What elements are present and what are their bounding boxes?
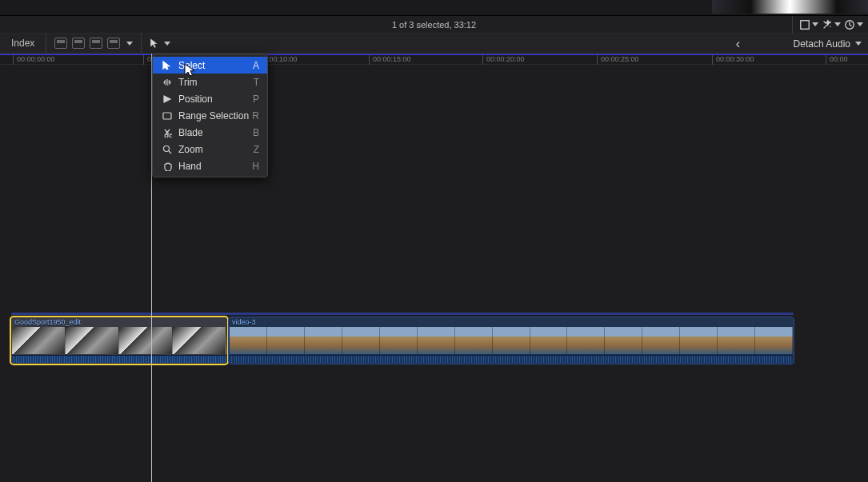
timeline-index-button[interactable]: Index xyxy=(0,34,46,54)
clip-appearance-2[interactable] xyxy=(72,38,85,49)
ruler-tick: 00:00:25:00 xyxy=(597,55,639,65)
tool-selector[interactable] xyxy=(142,34,178,54)
tool-menu-item-position[interactable]: PositionP xyxy=(153,90,267,107)
detach-audio-button[interactable]: Detach Audio xyxy=(794,34,862,54)
clip-appearance-menu[interactable] xyxy=(126,42,133,46)
clip-appearance-1[interactable] xyxy=(54,38,67,49)
position-icon xyxy=(161,94,174,104)
tool-dropdown-menu: SelectATrimTPositionPRange SelectionRBla… xyxy=(152,54,268,177)
primary-storyline: GoodSport1950_edit video-3 xyxy=(11,317,868,365)
tool-menu-item-zoom[interactable]: ZoomZ xyxy=(153,141,267,157)
mouse-cursor xyxy=(183,62,199,81)
browser-preview-strip xyxy=(0,0,868,16)
tool-menu-item-hand[interactable]: HandH xyxy=(153,157,267,174)
tool-menu-item-range-selection[interactable]: Range SelectionR xyxy=(153,107,267,124)
tool-menu-shortcut: B xyxy=(253,127,259,138)
transform-tool-button[interactable] xyxy=(799,18,818,32)
tool-menu-label: Hand xyxy=(178,161,202,172)
tool-menu-item-trim[interactable]: TrimT xyxy=(153,74,267,90)
tool-menu-shortcut: Z xyxy=(254,144,259,155)
tool-menu-shortcut: P xyxy=(253,94,259,105)
hand-icon xyxy=(161,161,174,171)
clip-video3[interactable]: video-3 xyxy=(229,317,794,364)
tool-menu-label: Blade xyxy=(178,127,203,138)
pointer-icon xyxy=(161,61,174,70)
tool-menu-shortcut: A xyxy=(253,60,259,71)
tool-menu-item-blade[interactable]: BladeB xyxy=(153,124,267,141)
ruler-tick: 00:00:20:00 xyxy=(482,55,525,65)
selection-info-bar: 1 of 3 selected, 33:12 xyxy=(0,16,868,34)
ruler-tick: 00:00 xyxy=(826,55,848,65)
clip-filmstrip xyxy=(230,327,793,354)
tool-selector-caret[interactable] xyxy=(164,42,170,46)
svg-point-3 xyxy=(164,145,170,151)
timeline-history-back[interactable]: ‹ xyxy=(736,34,740,54)
clip-filmstrip xyxy=(12,327,226,354)
tool-menu-shortcut: T xyxy=(254,77,259,88)
connected-clip-lane xyxy=(11,313,794,315)
selection-info-text: 1 of 3 selected, 33:12 xyxy=(0,20,868,30)
retime-menu-button[interactable] xyxy=(844,18,863,32)
tool-menu-label: Zoom xyxy=(178,144,203,155)
tool-menu-shortcut: H xyxy=(252,161,259,172)
clip-audio-waveform xyxy=(230,355,793,363)
clip-audio-waveform xyxy=(12,355,226,363)
ruler-tick: 00:00:15:00 xyxy=(369,55,411,65)
tool-menu-shortcut: R xyxy=(252,110,259,121)
tool-menu-label: Range Selection xyxy=(178,110,249,121)
range-icon xyxy=(161,111,174,121)
zoom-icon xyxy=(161,145,174,154)
tool-menu-item-select[interactable]: SelectA xyxy=(153,57,267,74)
timeline-toolbar: Index ‹ Detach Audio xyxy=(0,34,868,54)
svg-rect-0 xyxy=(801,20,810,29)
clip-appearance-group xyxy=(46,34,142,54)
svg-rect-2 xyxy=(163,113,171,119)
ruler-tick: 00:00:30:00 xyxy=(712,55,754,65)
timeline-area[interactable]: GoodSport1950_edit video-3 xyxy=(0,65,868,482)
divider xyxy=(792,16,793,34)
clip-appearance-3[interactable] xyxy=(90,38,102,49)
clip-title: video-3 xyxy=(232,318,256,326)
clip-goodsport[interactable]: GoodSport1950_edit xyxy=(11,317,227,364)
timeline-ruler[interactable]: 00:00:00:000000:00:10:0000:00:15:0000:00… xyxy=(0,54,868,65)
viewer-tools xyxy=(789,16,863,33)
preview-thumbnail xyxy=(712,0,868,14)
blade-icon xyxy=(161,128,174,137)
ruler-tick: 00:00:00:00 xyxy=(13,55,55,65)
clip-appearance-4[interactable] xyxy=(107,38,120,49)
enhancement-menu-button[interactable] xyxy=(822,18,841,32)
tool-menu-label: Position xyxy=(178,94,213,105)
trim-icon xyxy=(161,78,174,87)
clip-title: GoodSport1950_edit xyxy=(14,318,81,326)
